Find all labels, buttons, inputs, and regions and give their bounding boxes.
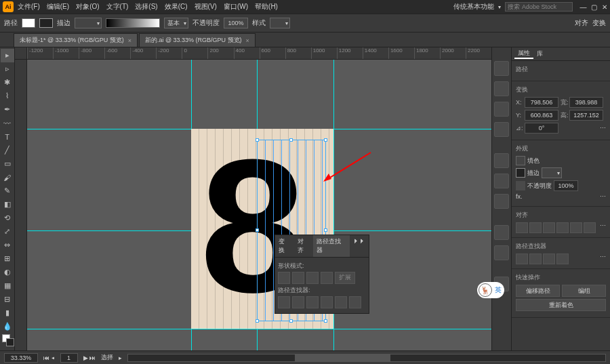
stroke-weight-dropdown[interactable]: [542, 167, 562, 178]
direct-selection-tool[interactable]: ▹: [1, 62, 14, 76]
stroke-swatch[interactable]: [516, 168, 525, 178]
line-tool[interactable]: ╱: [1, 144, 14, 157]
color-swatch[interactable]: [1, 333, 14, 350]
angle-input[interactable]: 0°: [525, 123, 558, 134]
symbols-panel-icon[interactable]: [494, 122, 509, 137]
tab-transform[interactable]: 变换: [275, 235, 294, 257]
artboard-nav-next[interactable]: ▶ ⏭: [83, 355, 96, 361]
eraser-tool[interactable]: ◧: [1, 197, 14, 211]
minimize-icon[interactable]: —: [580, 3, 586, 11]
perspective-tool[interactable]: ▦: [1, 279, 14, 292]
more-options-icon[interactable]: ⋯: [600, 222, 606, 233]
search-input[interactable]: 搜索 Adobe Stock: [505, 2, 573, 12]
width-tool[interactable]: ⇔: [1, 238, 14, 251]
menu-select[interactable]: 选择(S): [135, 2, 157, 12]
ruler-origin[interactable]: [15, 47, 27, 60]
ime-indicator[interactable]: 🦌 英: [477, 282, 504, 298]
gradient-tool[interactable]: ▮: [1, 306, 14, 319]
align-bottom-button[interactable]: [584, 222, 596, 233]
align-top-button[interactable]: [556, 222, 569, 233]
pathfinder-panel[interactable]: 变换 对齐 路径查找器 ⏵⏵ 形状模式: 扩展 路径查找器:: [274, 235, 369, 314]
close-icon[interactable]: ×: [128, 37, 131, 44]
fx-dropdown[interactable]: [270, 18, 290, 28]
collapse-icon[interactable]: ⏵⏵: [350, 235, 369, 257]
outline-button[interactable]: [335, 296, 347, 308]
shape-builder-tool[interactable]: ◐: [1, 265, 14, 279]
minus-back-button[interactable]: [349, 296, 361, 308]
gradient-panel-icon[interactable]: [494, 174, 509, 188]
menu-edit[interactable]: 编辑(E): [47, 2, 69, 12]
more-options-icon[interactable]: ⋯: [600, 125, 606, 132]
tab-new-ai[interactable]: 新的.ai @ 33.33% (RGB/GPU 预览) ×: [139, 33, 256, 47]
selection-tool[interactable]: ▸: [1, 49, 14, 62]
transparency-panel-icon[interactable]: [494, 194, 509, 209]
exclude-button[interactable]: [556, 254, 569, 264]
rectangle-tool[interactable]: ▭: [1, 157, 14, 171]
fill-swatch[interactable]: [516, 156, 525, 165]
fx-button[interactable]: fx.: [516, 193, 523, 200]
type-tool[interactable]: T: [1, 130, 14, 144]
width-input[interactable]: 398.988: [569, 97, 603, 108]
stroke-panel-icon[interactable]: [494, 153, 509, 168]
tab-pathfinder[interactable]: 路径查找器: [313, 235, 350, 257]
scrollbar-horizontal[interactable]: [127, 354, 606, 362]
lasso-tool[interactable]: ⌇: [1, 89, 14, 103]
ruler-vertical[interactable]: [15, 60, 27, 350]
height-input[interactable]: 1257.152: [569, 110, 603, 121]
artboard-nav-prev[interactable]: ⏮ ◀: [43, 355, 55, 361]
menu-window[interactable]: 窗口(W): [224, 2, 248, 12]
menu-effect[interactable]: 效果(C): [165, 2, 188, 12]
menu-object[interactable]: 对象(O): [76, 2, 99, 12]
scrollbar-thumb[interactable]: [295, 355, 390, 361]
align-right-button[interactable]: [543, 222, 555, 233]
layers-panel-icon[interactable]: [494, 225, 509, 240]
color-panel-icon[interactable]: [494, 61, 509, 76]
shaper-tool[interactable]: ✎: [1, 184, 14, 198]
menu-view[interactable]: 视图(V): [195, 2, 217, 12]
arrange-button[interactable]: 编组: [562, 285, 606, 297]
tab-properties[interactable]: 属性: [514, 49, 533, 59]
stroke-swatch[interactable]: [39, 18, 53, 28]
pen-tool[interactable]: ✒: [1, 103, 14, 117]
artboards-panel-icon[interactable]: [494, 245, 509, 260]
merge-button[interactable]: [306, 296, 319, 308]
stroke-weight-dropdown[interactable]: [75, 18, 102, 28]
more-options-icon[interactable]: ⋯: [600, 193, 606, 200]
zoom-dropdown[interactable]: 33.33%: [4, 353, 38, 363]
ruler-horizontal[interactable]: -1200-1000-800-600-400-20002004006008001…: [27, 47, 491, 60]
close-icon[interactable]: ✕: [602, 3, 607, 11]
more-options-icon[interactable]: ⋯: [600, 254, 606, 264]
expand-button[interactable]: 扩展: [335, 272, 355, 284]
align-link[interactable]: 对齐: [575, 18, 588, 28]
unite-button[interactable]: [278, 272, 290, 284]
menu-type[interactable]: 文字(T): [106, 2, 129, 12]
align-left-button[interactable]: [516, 222, 528, 233]
align-hcenter-button[interactable]: [529, 222, 542, 233]
divide-button[interactable]: [278, 296, 290, 308]
mesh-tool[interactable]: ⊟: [1, 292, 14, 306]
maximize-icon[interactable]: ▢: [591, 3, 597, 11]
offset-path-button[interactable]: 偏移路径: [516, 285, 560, 297]
exclude-button[interactable]: [321, 272, 333, 284]
recolor-button[interactable]: 重新着色: [516, 299, 606, 311]
intersect-button[interactable]: [306, 272, 319, 284]
artboard-index[interactable]: 1: [60, 353, 78, 363]
scale-tool[interactable]: ⤢: [1, 224, 14, 238]
style-dropdown[interactable]: 基本: [164, 18, 188, 28]
x-input[interactable]: 798.506: [525, 97, 558, 108]
brush-preview[interactable]: [106, 18, 160, 28]
crop-button[interactable]: [321, 296, 333, 308]
tab-align[interactable]: 对齐: [294, 235, 313, 257]
unite-button[interactable]: [516, 254, 528, 264]
chevron-right-icon[interactable]: ▸: [119, 355, 122, 361]
tab-untitled-1[interactable]: 未标题-1* @ 33.33% (RGB/GPU 预览) ×: [14, 33, 138, 47]
opacity-input[interactable]: 100%: [554, 180, 578, 191]
free-transform-tool[interactable]: ⊞: [1, 251, 14, 265]
swatches-panel-icon[interactable]: [494, 81, 509, 96]
eyedropper-tool[interactable]: 💧: [1, 319, 14, 333]
workspace-switcher[interactable]: 传统基本功能: [453, 2, 494, 12]
opacity-input[interactable]: 100%: [224, 18, 248, 28]
brushes-panel-icon[interactable]: [494, 102, 509, 117]
intersect-button[interactable]: [543, 254, 555, 264]
close-icon[interactable]: ×: [246, 37, 249, 44]
